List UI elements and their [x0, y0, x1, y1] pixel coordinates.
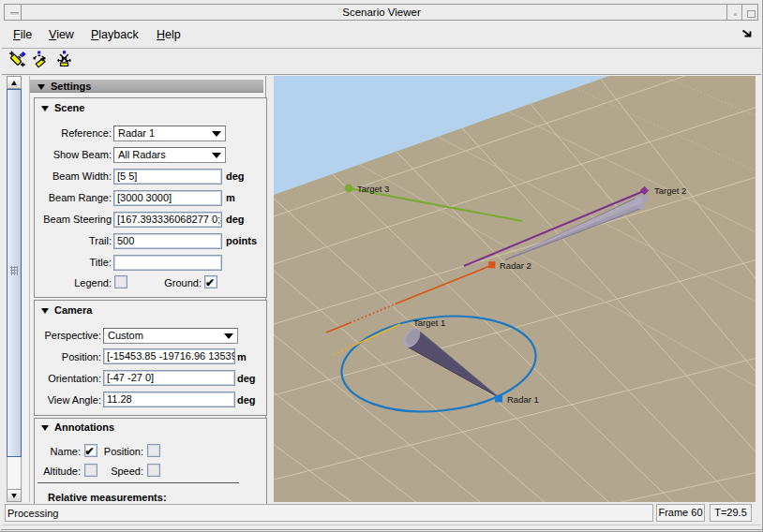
svg-text:Target 3: Target 3: [357, 184, 389, 194]
svg-text:Radar 1: Radar 1: [507, 394, 539, 405]
svg-text:Target 1: Target 1: [413, 318, 445, 328]
svg-text:Target 2: Target 2: [654, 185, 686, 196]
svg-text:Radar 2: Radar 2: [500, 260, 531, 271]
